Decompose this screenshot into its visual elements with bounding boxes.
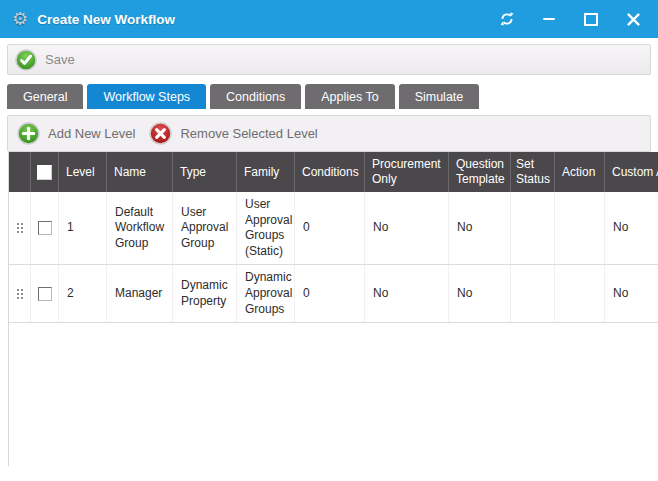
cell-conditions: 0 [295,192,365,264]
add-new-level-button[interactable]: Add New Level [17,122,135,145]
cell-drag [9,265,31,322]
cell-set-status [511,192,555,264]
column-header-set-status[interactable]: Set Status [511,152,555,192]
row-checkbox[interactable] [38,287,52,301]
gear-icon: ⚙ [12,10,28,28]
remove-icon [149,122,172,145]
maximize-button[interactable] [582,10,600,28]
column-header-procurement-only[interactable]: Procurement Only [365,152,449,192]
cell-action [555,265,605,322]
select-all-checkbox[interactable] [37,165,52,180]
column-header-name[interactable]: Name [107,152,173,192]
maximize-icon [584,13,598,26]
cell-name: Manager [107,265,173,322]
workflow-steps-grid: Level Name Type Family Conditions Procur… [8,152,658,466]
remove-selected-level-label: Remove Selected Level [180,126,317,141]
cell-type: Dynamic Property [173,265,237,322]
cell-family: Dynamic Approval Groups [237,265,295,322]
level-toolbar: Add New Level Remove Selected Level [7,115,651,152]
row-checkbox[interactable] [38,221,52,235]
column-header-question-template[interactable]: Question Template [449,152,511,192]
close-button[interactable] [624,10,642,28]
column-header-action[interactable]: Action [555,152,605,192]
cell-custom-action: No [605,192,658,264]
table-row[interactable]: 2 Manager Dynamic Property Dynamic Appro… [9,265,658,323]
titlebar: ⚙ Create New Workflow [0,0,658,38]
window-title: Create New Workflow [37,12,175,27]
cell-question-template: No [449,192,511,264]
column-header-custom-action[interactable]: Custom Action [605,152,658,192]
cell-custom-action: No [605,265,658,322]
tab-strip: General Workflow Steps Conditions Applie… [7,84,658,109]
window-controls [498,10,642,28]
save-label: Save [45,52,75,67]
tab-simulate[interactable]: Simulate [399,84,480,109]
minimize-icon [543,18,555,21]
cell-set-status [511,265,555,322]
save-icon [15,49,37,71]
add-icon [17,122,40,145]
add-new-level-label: Add New Level [48,126,135,141]
drag-handle-icon[interactable] [17,289,23,299]
tab-workflow-steps[interactable]: Workflow Steps [87,84,206,109]
cell-action [555,192,605,264]
cell-procurement-only: No [365,265,449,322]
header-drag-spacer [9,152,31,192]
save-toolbar: Save [7,44,651,75]
tab-conditions[interactable]: Conditions [210,84,301,109]
save-button[interactable]: Save [15,49,75,71]
column-header-level[interactable]: Level [59,152,107,192]
tab-general[interactable]: General [7,84,83,109]
remove-selected-level-button[interactable]: Remove Selected Level [149,122,317,145]
refresh-button[interactable] [498,10,516,28]
refresh-icon [499,11,515,27]
cell-family: User Approval Groups (Static) [237,192,295,264]
close-icon [627,13,640,26]
cell-select [31,192,59,264]
cell-select [31,265,59,322]
cell-name: Default Workflow Group [107,192,173,264]
column-header-family[interactable]: Family [237,152,295,192]
drag-handle-icon[interactable] [17,223,23,233]
cell-type: User Approval Group [173,192,237,264]
grid-header-row: Level Name Type Family Conditions Procur… [9,152,658,192]
cell-procurement-only: No [365,192,449,264]
cell-conditions: 0 [295,265,365,322]
table-row[interactable]: 1 Default Workflow Group User Approval G… [9,192,658,265]
cell-level: 1 [59,192,107,264]
column-header-conditions[interactable]: Conditions [295,152,365,192]
header-select-all-cell [31,152,59,192]
cell-question-template: No [449,265,511,322]
cell-drag [9,192,31,264]
minimize-button[interactable] [540,10,558,28]
cell-level: 2 [59,265,107,322]
column-header-type[interactable]: Type [173,152,237,192]
tab-applies-to[interactable]: Applies To [305,84,394,109]
